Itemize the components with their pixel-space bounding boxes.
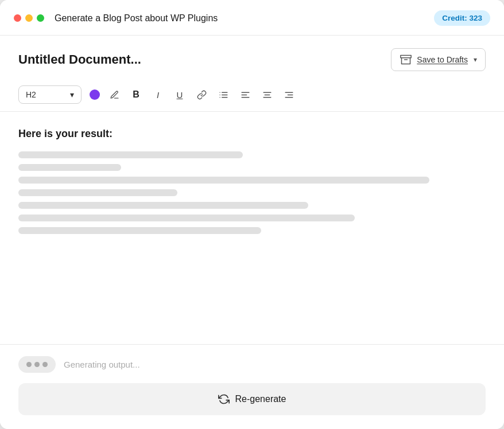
align-center-btn[interactable] xyxy=(257,85,277,104)
skeleton-lines xyxy=(18,151,486,234)
skeleton-line xyxy=(18,151,243,158)
heading-select[interactable]: H2 ▾ xyxy=(18,85,82,104)
save-drafts-chevron: ▾ xyxy=(474,56,477,64)
align-left-btn[interactable] xyxy=(235,85,255,104)
bold-btn[interactable]: B xyxy=(126,85,146,104)
heading-chevron-icon: ▾ xyxy=(70,90,74,99)
credit-badge: Credit: 323 xyxy=(434,10,490,26)
window-title: Generate a Blog Post about WP Plugins xyxy=(55,13,434,24)
skeleton-line xyxy=(18,202,308,209)
title-bar: Generate a Blog Post about WP Plugins Cr… xyxy=(0,0,504,36)
color-picker-dot[interactable] xyxy=(90,89,100,100)
maximize-button[interactable] xyxy=(37,14,44,22)
save-drafts-label: Save to Drafts xyxy=(417,55,468,64)
skeleton-line xyxy=(18,214,355,221)
align-right-btn[interactable] xyxy=(279,85,298,104)
generating-text: Generating output... xyxy=(64,360,140,369)
skeleton-line xyxy=(18,189,177,196)
dot-1 xyxy=(26,362,32,367)
regenerate-button[interactable]: Re-generate xyxy=(18,383,486,415)
traffic-lights xyxy=(14,14,44,22)
save-to-drafts-button[interactable]: Save to Drafts ▾ xyxy=(391,48,486,71)
bottom-panel: Generating output... Re-generate xyxy=(0,344,504,429)
highlighter-btn[interactable] xyxy=(104,85,124,104)
document-title: Untitled Document... xyxy=(18,52,141,67)
italic-btn[interactable]: I xyxy=(148,85,168,104)
result-heading: Here is your result: xyxy=(18,128,486,140)
list-btn[interactable] xyxy=(214,85,233,104)
skeleton-line xyxy=(18,227,261,234)
underline-btn[interactable]: U xyxy=(170,85,189,104)
regenerate-label: Re-generate xyxy=(235,394,286,404)
doc-header: Untitled Document... Save to Drafts ▾ xyxy=(0,36,504,80)
document-area: Untitled Document... Save to Drafts ▾ H2… xyxy=(0,36,504,344)
dot-3 xyxy=(42,362,48,367)
skeleton-line xyxy=(18,177,429,184)
minimize-button[interactable] xyxy=(25,14,33,22)
dot-2 xyxy=(34,362,40,367)
close-button[interactable] xyxy=(14,14,21,22)
regenerate-icon xyxy=(218,393,230,405)
generating-row: Generating output... xyxy=(18,356,486,373)
box-minus-icon xyxy=(400,53,412,66)
link-btn[interactable] xyxy=(192,85,211,104)
dots-loader xyxy=(18,356,56,373)
app-window: Generate a Blog Post about WP Plugins Cr… xyxy=(0,0,504,429)
content-area: Here is your result: xyxy=(0,112,504,344)
heading-value: H2 xyxy=(26,90,36,99)
formatting-toolbar: H2 ▾ B I U xyxy=(0,80,504,112)
skeleton-line xyxy=(18,164,121,171)
